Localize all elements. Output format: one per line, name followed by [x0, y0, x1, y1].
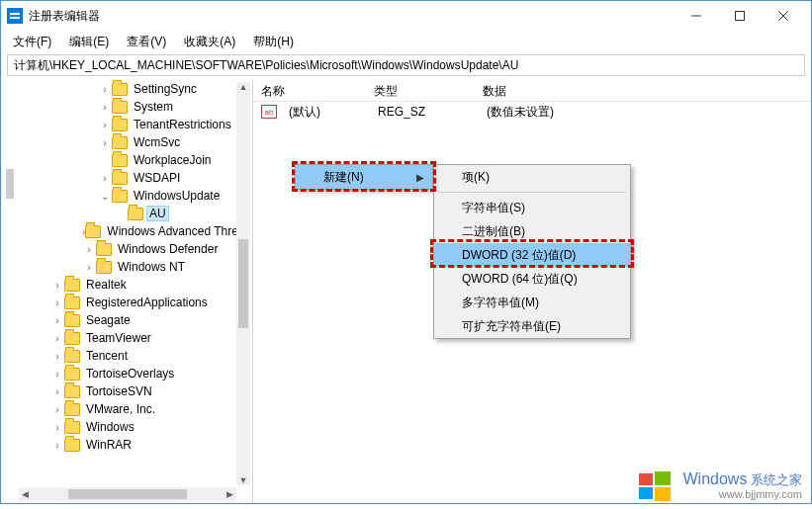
- tree-node[interactable]: ›WcmSvc: [19, 133, 252, 151]
- tree-label: Seagate: [84, 313, 133, 327]
- tree-node[interactable]: ›Realtek: [19, 276, 252, 294]
- list-header: 名称 类型 数据: [253, 80, 811, 102]
- expand-icon[interactable]: ›: [98, 173, 112, 184]
- watermark: Windows 系统之家 www.bjjmmy.com: [637, 469, 802, 503]
- menu-help[interactable]: 帮助(H): [245, 32, 302, 52]
- expand-icon[interactable]: ›: [82, 244, 96, 255]
- ctx-key[interactable]: 项(K): [434, 165, 630, 189]
- folder-icon: [64, 439, 80, 452]
- folder-icon: [112, 119, 128, 131]
- tree-node[interactable]: ›TortoiseOverlays: [19, 365, 252, 382]
- folder-icon: [64, 332, 80, 345]
- expand-icon[interactable]: ›: [50, 404, 64, 415]
- scroll-up-icon[interactable]: ▲: [239, 82, 248, 92]
- tree-node[interactable]: ›RegisteredApplications: [19, 294, 252, 311]
- tree-node[interactable]: ›Windows NT: [19, 258, 252, 276]
- tree-node[interactable]: ›Seagate: [19, 311, 252, 329]
- address-bar[interactable]: 计算机\HKEY_LOCAL_MACHINE\SOFTWARE\Policies…: [7, 54, 805, 76]
- ctx-string[interactable]: 字符串值(S): [434, 196, 630, 219]
- tree-node[interactable]: ›VMware, Inc.: [19, 400, 252, 418]
- expand-icon[interactable]: ›: [50, 333, 64, 344]
- tree-label: RegisteredApplications: [84, 296, 210, 309]
- watermark-url: www.bjjmmy.com: [682, 487, 802, 501]
- tree-label: AU: [147, 207, 168, 220]
- expand-icon[interactable]: ›: [50, 297, 64, 308]
- folder-icon: [85, 225, 101, 238]
- expand-icon[interactable]: ›: [50, 386, 64, 397]
- expand-icon[interactable]: ›: [50, 280, 64, 291]
- ctx-binary[interactable]: 二进制值(B): [434, 219, 630, 243]
- expand-icon[interactable]: ›: [98, 137, 112, 148]
- expand-icon[interactable]: ›: [50, 369, 64, 380]
- menu-view[interactable]: 查看(V): [119, 32, 174, 52]
- tree-gutter: [1, 80, 19, 503]
- scroll-right-icon[interactable]: ▶: [224, 489, 236, 499]
- col-data[interactable]: 数据: [475, 80, 811, 101]
- address-text: 计算机\HKEY_LOCAL_MACHINE\SOFTWARE\Policies…: [14, 57, 518, 74]
- list-row[interactable]: ab (默认) REG_SZ (数值未设置): [253, 102, 811, 122]
- expand-icon[interactable]: ›: [98, 102, 112, 113]
- folder-icon: [112, 83, 128, 96]
- tree-pane: ›SettingSync›System›TenantRestrictions›W…: [1, 80, 253, 503]
- close-button[interactable]: [762, 2, 805, 30]
- context-submenu: 项(K) 字符串值(S) 二进制值(B) DWORD (32 位)值(D) QW…: [433, 164, 631, 339]
- row-data: (数值未设置): [479, 101, 811, 124]
- expand-icon[interactable]: ›: [82, 262, 96, 273]
- minimize-button[interactable]: [675, 2, 718, 30]
- tree-node[interactable]: ›TenantRestrictions: [19, 116, 252, 133]
- context-menu: 新建(N) ▶: [295, 164, 433, 190]
- expand-icon[interactable]: ›: [50, 351, 64, 362]
- tree-node[interactable]: ›Windows Defender: [19, 240, 252, 258]
- menu-edit[interactable]: 编辑(E): [61, 32, 117, 52]
- svg-rect-4: [639, 473, 653, 485]
- menu-favorites[interactable]: 收藏夹(A): [176, 32, 243, 52]
- folder-icon: [112, 101, 128, 114]
- svg-rect-1: [736, 12, 745, 21]
- ctx-expand[interactable]: 可扩充字符串值(E): [434, 314, 630, 338]
- folder-icon: [64, 297, 80, 309]
- ctx-new[interactable]: 新建(N) ▶: [296, 165, 432, 189]
- folder-icon: [128, 208, 143, 220]
- tree-node[interactable]: ›Windows: [19, 418, 252, 436]
- ctx-multi[interactable]: 多字符串值(M): [434, 291, 630, 314]
- folder-icon: [64, 385, 80, 398]
- tree-node[interactable]: ›WinRAR: [19, 436, 252, 454]
- col-name[interactable]: 名称: [253, 80, 366, 101]
- tree-node[interactable]: AU: [19, 205, 252, 222]
- scroll-left-icon[interactable]: ◀: [19, 489, 32, 499]
- scroll-down-icon[interactable]: ▼: [239, 475, 248, 485]
- value-list-pane: 名称 类型 数据 ab (默认) REG_SZ (数值未设置) 新建(N) ▶ …: [253, 80, 811, 503]
- tree-view[interactable]: ›SettingSync›System›TenantRestrictions›W…: [19, 80, 252, 503]
- expand-icon[interactable]: ›: [98, 120, 112, 130]
- tree-node[interactable]: ›TeamViewer: [19, 329, 252, 347]
- tree-node[interactable]: ›SettingSync: [19, 80, 252, 98]
- tree-node[interactable]: ›TortoiseSVN: [19, 382, 252, 400]
- col-type[interactable]: 类型: [366, 80, 475, 101]
- maximize-button[interactable]: [718, 2, 762, 30]
- tree-node[interactable]: ›Tencent: [19, 347, 252, 365]
- expand-icon[interactable]: ›: [98, 84, 112, 95]
- expand-icon[interactable]: ›: [50, 422, 64, 433]
- collapse-icon[interactable]: ⌄: [98, 191, 112, 202]
- row-type: REG_SZ: [370, 102, 479, 122]
- expand-icon[interactable]: ›: [50, 315, 64, 326]
- scroll-thumb[interactable]: [238, 239, 248, 328]
- hscroll-thumb[interactable]: [68, 489, 187, 499]
- tree-label: WorkplaceJoin: [132, 153, 213, 167]
- tree-label: Windows NT: [116, 260, 187, 274]
- expand-icon[interactable]: ›: [50, 440, 64, 451]
- ctx-qword[interactable]: QWORD (64 位)值(Q): [434, 267, 630, 291]
- tree-hscrollbar[interactable]: ◀ ▶: [19, 487, 236, 501]
- menu-file[interactable]: 文件(F): [5, 32, 59, 52]
- tree-node[interactable]: ›Windows Advanced Threat Protection: [19, 222, 252, 240]
- tree-node[interactable]: ›System: [19, 98, 252, 116]
- tree-label: WcmSvc: [132, 135, 182, 149]
- tree-vscrollbar[interactable]: ▲ ▼: [236, 82, 250, 485]
- tree-node[interactable]: ⌄WindowsUpdate: [19, 187, 252, 205]
- tree-node[interactable]: WorkplaceJoin: [19, 151, 252, 169]
- tree-node[interactable]: ›WSDAPI: [19, 169, 252, 187]
- tree-label: Realtek: [84, 278, 129, 292]
- folder-icon: [64, 368, 80, 381]
- ctx-dword[interactable]: DWORD (32 位)值(D): [434, 243, 630, 267]
- tree-label: TeamViewer: [84, 331, 153, 345]
